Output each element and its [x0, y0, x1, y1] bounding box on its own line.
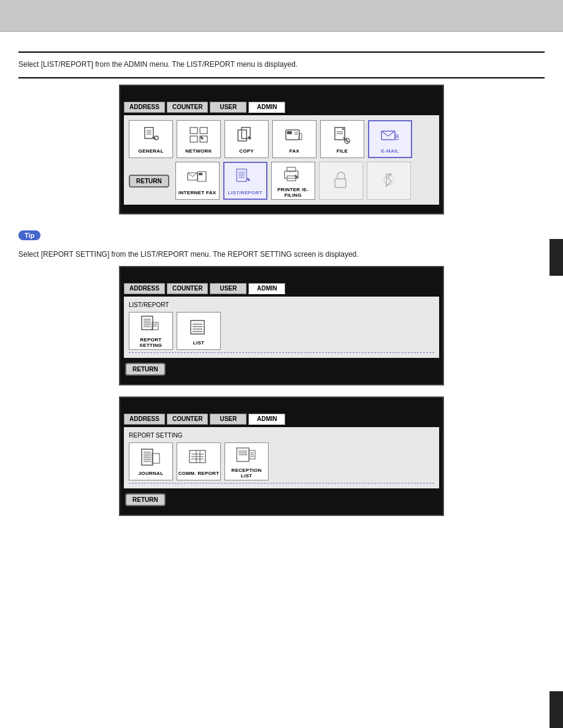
svg-rect-49	[142, 449, 153, 465]
icon-reception-list[interactable]: RECEPTION LIST	[224, 442, 269, 480]
wrench-fax-icon	[283, 125, 305, 147]
panel-body-1: GENERAL NETWORK	[124, 115, 439, 205]
wrench-email-icon	[379, 125, 401, 147]
journal-label: JOURNAL	[139, 471, 164, 476]
icon-email[interactable]: E-MAIL	[368, 120, 412, 158]
tab-user-3[interactable]: USER	[210, 414, 247, 425]
panel-body-3: REPORT SETTING	[124, 427, 439, 488]
icon-list-report[interactable]: LIST/REPORT	[223, 162, 267, 200]
wrench-bt-icon	[378, 169, 400, 191]
icon-comm-report[interactable]: COMM. REPORT	[177, 442, 221, 480]
tab-counter-1[interactable]: COUNTER	[167, 102, 208, 113]
fax-label: FAX	[289, 148, 299, 154]
icon-copy[interactable]: COPY	[224, 120, 269, 158]
panel-title-bar-2	[120, 267, 443, 281]
svg-rect-12	[287, 131, 292, 134]
svg-rect-7	[190, 136, 197, 142]
reception-list-icon	[236, 444, 258, 466]
comm-report-icon	[188, 447, 210, 469]
general-label: GENERAL	[138, 148, 163, 154]
comm-report-label: COMM. REPORT	[178, 471, 220, 476]
icon-row-1: GENERAL NETWORK	[129, 120, 434, 158]
divider-2	[18, 77, 545, 78]
printer-label: PRINTER /E-FILING	[272, 187, 315, 198]
tab-address-1[interactable]: ADDRESS	[124, 102, 165, 113]
tab-counter-3[interactable]: COUNTER	[167, 414, 208, 425]
network-label: NETWORK	[185, 148, 212, 154]
icon-report-setting[interactable]: REPORT SETTING	[129, 312, 173, 350]
admin-panel-1: ADDRESS COUNTER USER ADMIN	[119, 85, 444, 214]
email-label: E-MAIL	[381, 148, 399, 154]
icon-fax[interactable]: FAX	[272, 120, 316, 158]
wrench-lock-icon	[330, 169, 352, 191]
tab-user-2[interactable]: USER	[210, 283, 247, 294]
list-icon	[188, 317, 210, 339]
panel-footer-2: RETURN	[120, 360, 443, 378]
wrench-list-icon	[234, 167, 256, 189]
svg-rect-9	[238, 130, 247, 141]
file-label: FILE	[337, 148, 348, 154]
tab-admin-2[interactable]: ADMIN	[248, 283, 285, 294]
icon-row-2: RETURN INTERNET FAX	[129, 162, 434, 200]
list-report-label: LIST/REPORT	[228, 190, 262, 195]
list-label: LIST	[193, 340, 205, 346]
report-setting-icon	[140, 314, 162, 336]
dashed-line-2	[129, 352, 434, 353]
admin-panel-2: ADDRESS COUNTER USER ADMIN LIST/REPORT	[119, 266, 444, 385]
wrench-file-icon	[331, 125, 353, 147]
panel-title-bar-3	[120, 398, 443, 411]
return-btn-panel1[interactable]: RETURN	[129, 175, 169, 188]
tab-admin-1[interactable]: ADMIN	[248, 102, 285, 113]
panel-footer-3: RETURN	[120, 491, 443, 509]
admin-panel-3: ADDRESS COUNTER USER ADMIN REPORT SETTIN…	[119, 396, 444, 516]
svg-rect-44	[191, 320, 204, 334]
list-report-section-label: LIST/REPORT	[129, 301, 434, 308]
panel-tabs-1: ADDRESS COUNTER USER ADMIN	[120, 99, 443, 113]
right-tab-bottom	[550, 691, 563, 728]
report-setting-section-label: REPORT SETTING	[129, 432, 434, 439]
svg-rect-56	[152, 453, 159, 463]
top-header	[0, 0, 563, 32]
icon-network[interactable]: NETWORK	[177, 120, 221, 158]
tip-badge: Tip	[18, 230, 40, 240]
divider-1	[18, 51, 545, 53]
report-setting-label: REPORT SETTING	[129, 337, 172, 348]
icon-row-panel3: JOURNAL COMM. REPORT	[129, 442, 434, 480]
panel-tabs-3: ADDRESS COUNTER USER ADMIN	[120, 411, 443, 425]
icon-general[interactable]: GENERAL	[129, 120, 173, 158]
return-btn-panel3[interactable]: RETURN	[125, 493, 166, 506]
tab-admin-3[interactable]: ADMIN	[248, 414, 285, 425]
wrench-ifax-icon	[186, 167, 209, 189]
icon-internet-fax[interactable]: INTERNET FAX	[175, 162, 220, 200]
dashed-line-3	[129, 483, 434, 483]
ifax-label: INTERNET FAX	[178, 190, 216, 195]
panel-title-bar-1	[120, 86, 443, 99]
reception-list-label: RECEPTION LIST	[225, 468, 268, 479]
tab-address-2[interactable]: ADDRESS	[124, 283, 165, 294]
svg-rect-5	[190, 127, 197, 134]
tab-user-1[interactable]: USER	[210, 102, 247, 113]
svg-rect-25	[237, 169, 247, 181]
tab-address-3[interactable]: ADDRESS	[124, 414, 165, 425]
journal-icon	[140, 447, 162, 469]
panel-body-2: LIST/REPORT	[124, 297, 439, 358]
icon-dim-2	[367, 162, 411, 200]
return-btn-panel2[interactable]: RETURN	[125, 363, 166, 376]
panel-tabs-2: ADDRESS COUNTER USER ADMIN	[120, 281, 443, 294]
icon-row-panel2: REPORT SETTING LIST	[129, 312, 434, 350]
wrench-printer-icon	[282, 164, 304, 186]
icon-printer[interactable]: PRINTER /E-FILING	[271, 162, 315, 200]
tab-counter-2[interactable]: COUNTER	[167, 283, 208, 294]
svg-rect-24	[199, 173, 202, 175]
icon-journal[interactable]: JOURNAL	[129, 442, 173, 480]
icon-list[interactable]: LIST	[177, 312, 221, 350]
icon-dim-1	[319, 162, 363, 200]
svg-rect-6	[200, 127, 207, 134]
copy-label: COPY	[239, 148, 254, 154]
section-description-2: Select [REPORT SETTING] from the LIST/RE…	[18, 249, 545, 260]
wrench-copy-icon	[236, 125, 258, 147]
section-description-1: Select [LIST/REPORT] from the ADMIN menu…	[18, 59, 545, 70]
icon-file[interactable]: FILE	[320, 120, 364, 158]
svg-rect-33	[335, 179, 346, 188]
svg-rect-0	[145, 127, 153, 138]
